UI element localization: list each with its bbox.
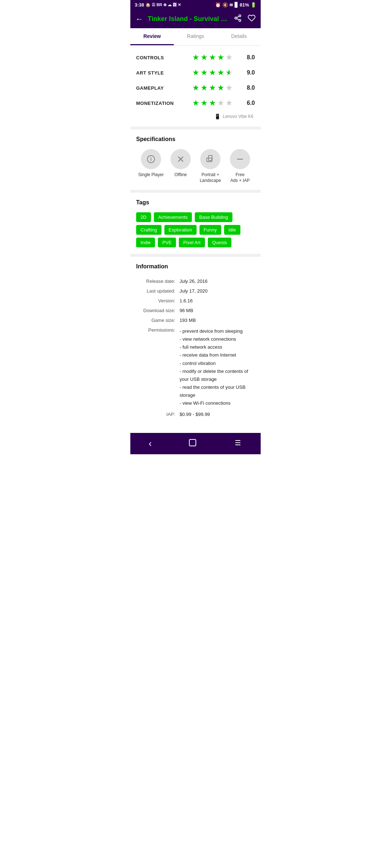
status-bar: 3:38 🏠 ☰ BR ⊕ ☁ 🖼 ✕ ⏰ 🔇 ≋ ▊ 81% 🔋 (130, 0, 261, 10)
tag-indie[interactable]: Indie (136, 238, 155, 247)
device-icon: 📱 (214, 114, 220, 119)
tags-section: Tags 2D Achievements Base Building Craft… (130, 193, 261, 254)
single-player-icon: i (141, 149, 161, 169)
rating-label-gameplay: GAMEPLAY (136, 85, 183, 91)
favorite-button[interactable] (248, 14, 256, 24)
info-key-version: Version: (136, 298, 180, 303)
rating-value-artstyle: 9.0 (242, 69, 255, 76)
stars-monetization: ★ ★ ★ ★ ★ (192, 98, 233, 108)
rating-value-gameplay: 8.0 (242, 85, 255, 91)
rating-gameplay: GAMEPLAY ★ ★ ★ ★ ★ 8.0 (136, 83, 255, 93)
svg-rect-12 (189, 439, 196, 446)
status-time: 3:38 🏠 ☰ BR ⊕ ☁ 🖼 ✕ (135, 2, 181, 8)
info-section: Information Release date: July 26, 2016 … (130, 257, 261, 426)
rating-controls: CONTROLS ★ ★ ★ ★ ★ 8.0 (136, 53, 255, 62)
tag-idle[interactable]: Idle (224, 225, 240, 235)
orientation-icon (200, 149, 220, 169)
device-info: 📱 Lenovo Vibe K6 (136, 114, 255, 119)
offline-icon (171, 149, 191, 169)
ratings-section: CONTROLS ★ ★ ★ ★ ★ 8.0 ART STYLE ★ ★ ★ ★… (130, 46, 261, 127)
spec-label-orientation: Portrait +Landscape (200, 172, 221, 183)
rating-artstyle: ART STYLE ★ ★ ★ ★ ★ ★ 9.0 (136, 68, 255, 77)
nav-recents-button[interactable] (234, 438, 242, 449)
nav-bar: ‹ (130, 433, 261, 454)
app-header: ← Tinker Island - Survival St... (130, 10, 261, 28)
stars-artstyle: ★ ★ ★ ★ ★ ★ (192, 68, 233, 77)
tag-pixel-art[interactable]: Pixel Art (179, 238, 205, 247)
nav-back-button[interactable]: ‹ (149, 438, 152, 449)
back-button[interactable]: ← (135, 14, 143, 24)
info-key-game-size: Game size: (136, 318, 180, 323)
tag-crafting[interactable]: Crafting (136, 225, 161, 235)
specs-grid: i Single Player Offline Portrait +La (136, 149, 255, 183)
tags-container: 2D Achievements Base Building Crafting E… (136, 212, 255, 247)
tag-pve[interactable]: PVE (158, 238, 176, 247)
rating-monetization: MONETIZATION ★ ★ ★ ★ ★ 6.0 (136, 98, 255, 108)
tag-exploration[interactable]: Exploration (164, 225, 197, 235)
info-version: Version: 1.6.16 (136, 296, 255, 306)
tab-review[interactable]: Review (130, 28, 174, 45)
tab-bar: Review Ratings Details (130, 28, 261, 46)
info-key-updated: Last updated: (136, 288, 180, 294)
specs-title: Specifications (136, 136, 255, 142)
spec-label-free: FreeAds + IAP (230, 172, 250, 183)
info-title: Information (136, 263, 255, 270)
info-key-release: Release date: (136, 278, 180, 284)
spec-single-player: i Single Player (136, 149, 165, 178)
tag-2d[interactable]: 2D (136, 212, 151, 222)
rating-label-controls: CONTROLS (136, 55, 183, 60)
stars-gameplay: ★ ★ ★ ★ ★ (192, 83, 233, 93)
rating-value-controls: 8.0 (242, 54, 255, 61)
tab-details[interactable]: Details (217, 28, 261, 45)
info-game-size: Game size: 193 MB (136, 315, 255, 325)
svg-line-3 (237, 18, 239, 20)
stars-controls: ★ ★ ★ ★ ★ (192, 53, 233, 62)
rating-label-artstyle: ART STYLE (136, 70, 183, 76)
svg-text:i: i (150, 156, 152, 162)
info-val-updated: July 17, 2020 (180, 288, 255, 294)
tag-achievements[interactable]: Achievements (154, 212, 192, 222)
app-title: Tinker Island - Survival St... (148, 15, 230, 23)
svg-line-4 (237, 16, 239, 18)
tag-base-building[interactable]: Base Building (195, 212, 232, 222)
tab-ratings[interactable]: Ratings (174, 28, 217, 45)
info-iap: IAP: $0.99 - $99.99 (136, 409, 255, 419)
info-val-release: July 26, 2016 (180, 278, 255, 284)
info-permissions: Permissions: - prevent device from sleep… (136, 325, 255, 409)
status-icons: ⏰ 🔇 ≋ ▊ 81% 🔋 (215, 2, 256, 8)
info-val-game-size: 193 MB (180, 318, 255, 323)
free-icon (230, 149, 250, 169)
info-last-updated: Last updated: July 17, 2020 (136, 286, 255, 296)
spec-orientation: Portrait +Landscape (196, 149, 225, 183)
info-download-size: Download size: 96 MB (136, 306, 255, 315)
info-release-date: Release date: July 26, 2016 (136, 276, 255, 286)
nav-home-button[interactable] (188, 438, 197, 449)
divider-2 (130, 190, 261, 193)
permissions-list: - prevent device from sleeping - view ne… (180, 327, 255, 407)
spec-offline: Offline (166, 149, 195, 178)
spec-label-offline: Offline (175, 172, 187, 178)
tags-title: Tags (136, 199, 255, 206)
header-actions (234, 14, 256, 24)
info-table: Release date: July 26, 2016 Last updated… (136, 276, 255, 419)
info-key-permissions: Permissions: (136, 327, 180, 333)
tag-funny[interactable]: Funny (199, 225, 221, 235)
info-val-iap: $0.99 - $99.99 (180, 412, 255, 417)
rating-label-monetization: MONETIZATION (136, 101, 183, 106)
info-key-iap: IAP: (136, 412, 180, 417)
svg-rect-10 (207, 158, 212, 162)
info-val-download: 96 MB (180, 308, 255, 313)
info-key-download: Download size: (136, 308, 180, 313)
device-name: Lenovo Vibe K6 (223, 114, 253, 119)
info-val-version: 1.6.16 (180, 298, 255, 303)
share-button[interactable] (234, 14, 242, 24)
divider-3 (130, 254, 261, 257)
divider-1 (130, 127, 261, 129)
spec-label-single-player: Single Player (138, 172, 164, 178)
specs-section: Specifications i Single Player Offline (130, 129, 261, 190)
tag-quests[interactable]: Quests (208, 238, 231, 247)
rating-value-monetization: 6.0 (242, 100, 255, 106)
spec-free: FreeAds + IAP (226, 149, 255, 183)
